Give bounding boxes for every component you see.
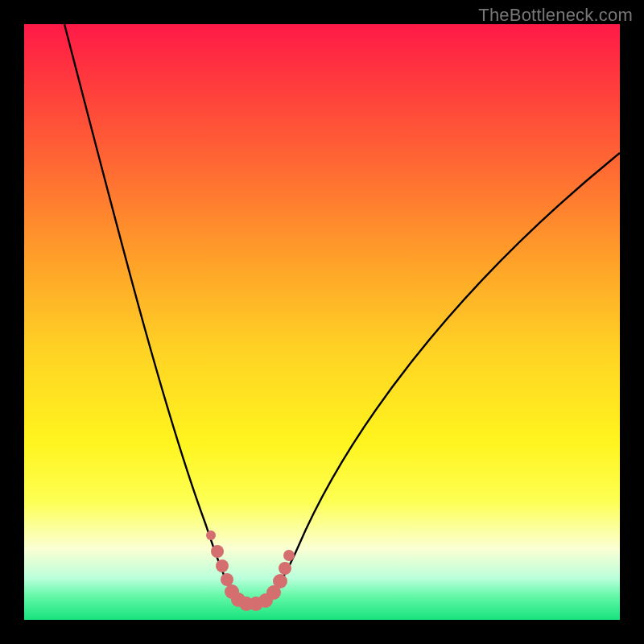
trough-dot [279, 562, 291, 575]
trough-dot [283, 550, 295, 561]
trough-dot [273, 574, 287, 588]
trough-dot [221, 573, 233, 586]
trough-dot [206, 530, 216, 540]
watermark-text: TheBottleneck.com [478, 5, 633, 26]
trough-dot [211, 545, 224, 558]
trough-dot [216, 559, 229, 572]
bottleneck-curve-svg [24, 24, 620, 620]
trough-marker-group [206, 530, 295, 611]
bottleneck-curve-path [64, 24, 620, 603]
chart-plot-area [24, 24, 620, 620]
